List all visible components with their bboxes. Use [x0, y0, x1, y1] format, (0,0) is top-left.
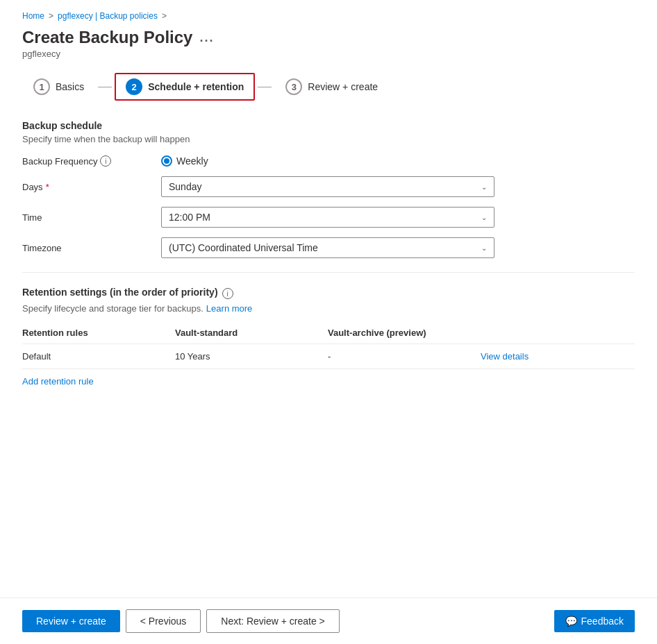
days-chevron-icon: ⌄ [481, 183, 487, 191]
time-row: Time 12:00 PM ⌄ [22, 207, 635, 228]
feedback-label: Feedback [581, 616, 624, 627]
timezone-select[interactable]: (UTC) Coordinated Universal Time ⌄ [161, 237, 494, 258]
backup-schedule-desc: Specify time when the backup will happen [22, 134, 635, 144]
feedback-button[interactable]: 💬 Feedback [554, 610, 635, 632]
time-chevron-icon: ⌄ [481, 214, 487, 221]
table-header-row: Retention rules Vault-standard Vault-arc… [22, 322, 635, 344]
breadcrumb-home[interactable]: Home [22, 11, 44, 21]
step-separator-2 [258, 87, 272, 87]
backup-frequency-row: Backup Frequency i Weekly [22, 155, 635, 167]
breadcrumb: Home > pgflexecy | Backup policies > [22, 11, 635, 21]
row-vault-standard: 10 Years [175, 351, 328, 362]
add-retention-rule-link[interactable]: Add retention rule [22, 376, 94, 387]
timezone-value: (UTC) Coordinated Universal Time [169, 242, 318, 253]
page-subtitle: pgflexecy [22, 49, 635, 59]
breadcrumb-policies[interactable]: pgflexecy | Backup policies [58, 11, 158, 21]
step-separator-1 [98, 87, 112, 87]
row-vault-archive: - [328, 351, 481, 362]
step1-number: 1 [33, 78, 50, 95]
step3-label: Review + create [308, 81, 378, 92]
breadcrumb-sep2: > [162, 11, 167, 21]
time-select[interactable]: 12:00 PM ⌄ [161, 207, 494, 228]
retention-table: Retention rules Vault-standard Vault-arc… [22, 322, 635, 369]
col-retention-rules: Retention rules [22, 328, 175, 338]
row-action-cell: View details [481, 351, 635, 362]
col-vault-standard: Vault-standard [175, 328, 328, 338]
view-details-link[interactable]: View details [481, 351, 534, 362]
page-title: Create Backup Policy [22, 28, 192, 47]
row-name: Default [22, 351, 175, 362]
step1-label: Basics [56, 81, 84, 92]
weekly-label: Weekly [176, 155, 208, 167]
feedback-icon: 💬 [565, 616, 577, 627]
retention-info-icon[interactable]: i [222, 288, 233, 299]
frequency-radio-group[interactable]: Weekly [161, 155, 494, 167]
frequency-info-icon[interactable]: i [100, 155, 111, 167]
time-label: Time [22, 212, 161, 223]
step3-number: 3 [285, 78, 302, 95]
breadcrumb-sep1: > [49, 11, 53, 21]
wizard-steps: 1 Basics 2 Schedule + retention 3 Review… [22, 73, 635, 101]
wizard-step-1[interactable]: 1 Basics [22, 73, 95, 101]
days-value: Sunday [169, 181, 201, 192]
review-create-button[interactable]: Review + create [22, 610, 120, 632]
footer: Review + create < Previous Next: Review … [0, 598, 657, 644]
wizard-step-2[interactable]: 2 Schedule + retention [115, 73, 255, 101]
timezone-label: Timezone [22, 243, 161, 253]
retention-header-row: Retention settings (in the order of prio… [22, 287, 635, 300]
col-vault-archive: Vault-archive (preview) [328, 328, 481, 338]
learn-more-link[interactable]: Learn more [206, 303, 252, 314]
time-value: 12:00 PM [169, 212, 210, 223]
retention-header: Retention settings (in the order of prio… [22, 287, 218, 298]
previous-button[interactable]: < Previous [126, 609, 201, 633]
step2-label: Schedule + retention [148, 81, 244, 92]
table-row: Default 10 Years - View details [22, 344, 635, 369]
col-actions [481, 328, 635, 338]
days-required: * [46, 182, 49, 192]
next-button[interactable]: Next: Review + create > [206, 609, 339, 633]
step2-number: 2 [126, 78, 142, 95]
timezone-row: Timezone (UTC) Coordinated Universal Tim… [22, 237, 635, 258]
section-divider [22, 272, 635, 273]
days-label: Days * [22, 182, 161, 192]
wizard-step-3[interactable]: 3 Review + create [274, 73, 389, 101]
days-row: Days * Sunday ⌄ [22, 176, 635, 197]
timezone-chevron-icon: ⌄ [481, 244, 487, 252]
more-options-button[interactable]: ... [199, 31, 214, 45]
days-select[interactable]: Sunday ⌄ [161, 176, 494, 197]
backup-frequency-label: Backup Frequency i [22, 155, 161, 167]
page-title-row: Create Backup Policy ... [22, 28, 635, 47]
weekly-radio[interactable] [161, 155, 172, 167]
retention-desc: Specify lifecycle and storage tier for b… [22, 303, 635, 314]
backup-schedule-header: Backup schedule [22, 120, 635, 131]
